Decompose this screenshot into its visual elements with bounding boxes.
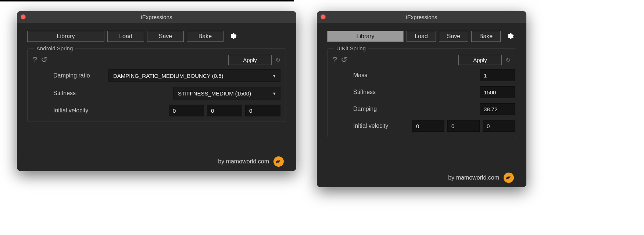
stiffness-label: Stiffness: [53, 90, 105, 97]
initial-velocity-label: Initial velocity: [53, 107, 105, 114]
help-icon[interactable]: ?: [33, 55, 37, 65]
footer: by mamoworld.com: [448, 173, 514, 183]
apply-button[interactable]: Apply: [458, 55, 502, 65]
panel-android-spring: iExpressions Library Load Save Bake Andr…: [17, 11, 296, 171]
toolbar: Library Load Save Bake: [317, 23, 526, 46]
bake-button[interactable]: Bake: [187, 31, 223, 42]
titlebar[interactable]: iExpressions: [317, 11, 526, 23]
initial-velocity-x-input[interactable]: [412, 120, 444, 132]
damping-input[interactable]: [480, 103, 515, 115]
damping-ratio-value: DAMPING_RATIO_MEDIUM_BOUNCY (0.5): [113, 73, 223, 79]
group-action-row: ? ↺ Apply ↻: [333, 53, 511, 69]
footer-text[interactable]: by mamoworld.com: [218, 158, 269, 165]
group-action-row: ? ↺ Apply ↻: [33, 53, 280, 69]
group-title: Android Spring: [34, 45, 75, 51]
panel-uikit-spring: iExpressions Library Load Save Bake UIKi…: [317, 11, 526, 187]
reapply-icon[interactable]: ↻: [275, 56, 280, 64]
expression-group: UIKit Spring ? ↺ Apply ↻ Mass Stiffness …: [327, 48, 516, 137]
footer: by mamoworld.com: [218, 156, 284, 167]
load-button[interactable]: Load: [407, 31, 436, 42]
expression-group: Android Spring ? ↺ Apply ↻ Damping ratio…: [27, 48, 286, 122]
reapply-icon[interactable]: ↻: [505, 56, 511, 64]
reset-icon[interactable]: ↺: [41, 55, 47, 65]
library-button[interactable]: Library: [27, 31, 104, 42]
initial-velocity-y-input[interactable]: [447, 120, 480, 132]
reset-icon[interactable]: ↺: [341, 55, 347, 65]
titlebar[interactable]: iExpressions: [17, 11, 296, 23]
parameters: Damping ratio DAMPING_RATIO_MEDIUM_BOUNC…: [33, 69, 280, 116]
help-icon[interactable]: ?: [333, 55, 337, 65]
settings-gear-icon[interactable]: [505, 32, 515, 41]
decorative-top-rule: [0, 0, 294, 3]
stiffness-value: STIFFNESS_MEDIUM (1500): [178, 90, 251, 97]
initial-velocity-x-input[interactable]: [169, 105, 204, 116]
parameters: Mass Stiffness Damping Initial velocity: [333, 69, 511, 132]
save-button[interactable]: Save: [439, 31, 468, 42]
library-button[interactable]: Library: [327, 31, 404, 42]
chevron-down-icon: ▾: [273, 73, 276, 79]
mass-input[interactable]: [480, 69, 515, 81]
footer-text[interactable]: by mamoworld.com: [448, 174, 499, 181]
mamoworld-logo-icon[interactable]: [504, 173, 514, 183]
stiffness-label: Stiffness: [353, 89, 408, 95]
settings-gear-icon[interactable]: [228, 32, 237, 41]
load-button[interactable]: Load: [107, 31, 144, 42]
mass-label: Mass: [353, 72, 408, 79]
stiffness-input[interactable]: [480, 86, 515, 98]
bake-button[interactable]: Bake: [471, 31, 501, 42]
apply-button[interactable]: Apply: [228, 55, 272, 65]
initial-velocity-z-input[interactable]: [483, 120, 515, 132]
mamoworld-logo-icon[interactable]: [273, 156, 284, 167]
toolbar: Library Load Save Bake: [17, 23, 296, 46]
damping-label: Damping: [353, 106, 408, 112]
save-button[interactable]: Save: [147, 31, 184, 42]
window-title: iExpressions: [17, 14, 296, 20]
damping-ratio-label: Damping ratio: [53, 72, 105, 79]
stiffness-dropdown[interactable]: STIFFNESS_MEDIUM (1500) ▾: [173, 87, 280, 100]
initial-velocity-y-input[interactable]: [207, 105, 242, 116]
group-title: UIKit Spring: [334, 45, 368, 51]
damping-ratio-dropdown[interactable]: DAMPING_RATIO_MEDIUM_BOUNCY (0.5) ▾: [108, 69, 280, 82]
initial-velocity-z-input[interactable]: [245, 105, 280, 116]
window-title: iExpressions: [317, 14, 526, 20]
initial-velocity-label: Initial velocity: [353, 123, 408, 129]
chevron-down-icon: ▾: [273, 91, 276, 96]
